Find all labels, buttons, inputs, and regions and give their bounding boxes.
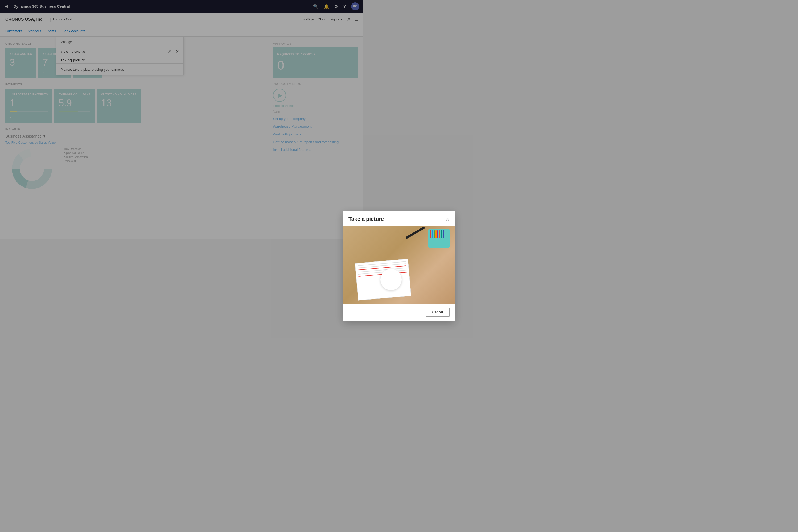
modal-camera-preview — [343, 226, 363, 240]
desk-background — [343, 226, 363, 240]
modal-overlay: Take a picture ✕ — [0, 0, 363, 240]
take-picture-modal: Take a picture ✕ — [343, 211, 363, 240]
modal-title: Take a picture — [348, 216, 363, 222]
modal-header: Take a picture ✕ — [343, 211, 363, 226]
